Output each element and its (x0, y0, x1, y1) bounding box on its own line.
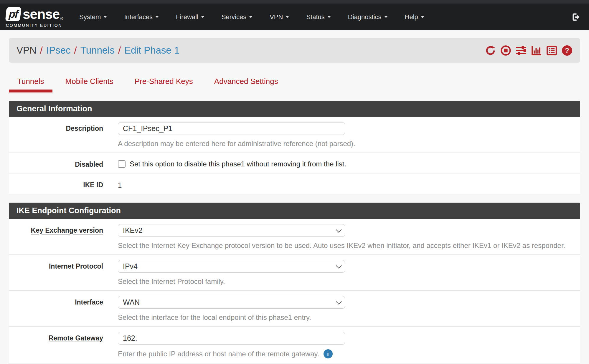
nav-item-label: Status (306, 13, 324, 21)
tab-advanced-settings[interactable]: Advanced Settings (206, 77, 286, 92)
chevron-down-icon (286, 16, 289, 18)
nav-item-services[interactable]: Services (213, 13, 261, 21)
chevron-down-icon (249, 16, 253, 18)
nav-item-label: System (79, 13, 101, 21)
key-exchange-row: Key Exchange version IKEv2 Select the In… (9, 219, 580, 255)
remote-gateway-help: Enter the public IP address or host name… (118, 350, 319, 358)
nav-item-interfaces[interactable]: Interfaces (116, 13, 167, 21)
top-strip (0, 0, 589, 4)
nav-item-label: Interfaces (124, 13, 153, 21)
breadcrumb: VPN / IPsec / Tunnels / Edit Phase 1 (17, 45, 179, 56)
description-input[interactable] (118, 122, 345, 135)
logo-edition-text: COMMUNITY EDITION (6, 23, 63, 28)
internet-protocol-label: Internet Protocol (9, 260, 109, 286)
remote-gateway-input[interactable] (118, 332, 345, 345)
help-icon[interactable]: ? (562, 45, 572, 56)
disabled-checkbox-label: Set this option to disable this phase1 w… (130, 160, 346, 168)
pfsense-logo-tile: pf (5, 7, 21, 21)
svg-text:?: ? (565, 47, 569, 54)
description-row: Description A description may be entered… (9, 117, 580, 153)
breadcrumb-separator: / (40, 45, 43, 56)
bar-chart-icon[interactable] (531, 45, 542, 56)
chevron-down-icon (336, 299, 342, 305)
chevron-down-icon (103, 16, 107, 18)
chevron-down-icon (336, 227, 342, 233)
sign-out-icon[interactable] (571, 12, 581, 22)
interface-row: Interface WAN Select the interface for t… (9, 291, 580, 327)
nav-item-label: Services (222, 13, 246, 21)
nav-item-firewall[interactable]: Firewall (167, 13, 213, 21)
chevron-down-icon (155, 16, 159, 18)
breadcrumb-tunnels-link[interactable]: Tunnels (80, 45, 115, 56)
interface-select[interactable]: WAN (118, 296, 345, 309)
key-exchange-selected-value: IKEv2 (123, 226, 143, 235)
nav-item-vpn[interactable]: VPN (261, 13, 298, 21)
breadcrumb-ipsec-link[interactable]: IPsec (46, 45, 71, 56)
key-exchange-select[interactable]: IKEv2 (118, 224, 345, 237)
sliders-icon[interactable] (516, 45, 527, 56)
chevron-down-icon (421, 16, 424, 18)
description-label: Description (9, 122, 109, 148)
panel-title-general-information: General Information (9, 101, 580, 117)
nav-item-diagnostics[interactable]: Diagnostics (339, 13, 396, 21)
internet-protocol-selected-value: IPv4 (123, 262, 138, 271)
interface-selected-value: WAN (123, 298, 140, 307)
tab-bar: Tunnels Mobile Clients Pre-Shared Keys A… (9, 77, 580, 92)
remote-gateway-row: Remote Gateway Enter the public IP addre… (9, 327, 580, 363)
disabled-label: Disabled (9, 158, 109, 168)
remote-gateway-label: Remote Gateway (9, 332, 109, 358)
nav-item-label: VPN (270, 13, 283, 21)
key-exchange-label: Key Exchange version (9, 224, 109, 250)
breadcrumb-actions: ? (485, 45, 572, 56)
info-icon[interactable]: i (324, 349, 333, 358)
chevron-down-icon (327, 16, 331, 18)
disabled-row: Disabled Set this option to disable this… (9, 153, 580, 173)
nav-item-status[interactable]: Status (298, 13, 339, 21)
interface-label: Interface (9, 296, 109, 322)
breadcrumb-separator: / (118, 45, 121, 56)
general-information-panel: General Information Description A descri… (9, 101, 580, 194)
tab-pre-shared-keys[interactable]: Pre-Shared Keys (126, 77, 201, 92)
tab-tunnels[interactable]: Tunnels (9, 77, 52, 92)
ike-id-value: 1 (118, 179, 580, 189)
logo-sense-text: sense (23, 6, 60, 22)
internet-protocol-help: Select the Internet Protocol family. (118, 277, 580, 286)
navbar-menu: System Interfaces Firewall Services VPN … (71, 13, 433, 21)
description-help: A description may be entered here for ad… (118, 140, 580, 148)
breadcrumb-edit-phase1[interactable]: Edit Phase 1 (124, 45, 179, 56)
breadcrumb-separator: / (74, 45, 77, 56)
interface-help: Select the interface for the local endpo… (118, 313, 580, 322)
chevron-down-icon (384, 16, 388, 18)
ike-id-row: IKE ID 1 (9, 173, 580, 194)
nav-item-label: Diagnostics (348, 13, 382, 21)
disabled-checkbox[interactable] (118, 160, 126, 168)
logo-registered-mark: ® (60, 16, 63, 21)
refresh-icon[interactable] (485, 45, 496, 56)
log-icon[interactable] (546, 45, 557, 56)
navbar: pf sense ® COMMUNITY EDITION System Inte… (0, 4, 589, 30)
panel-title-ike-endpoint: IKE Endpoint Configuration (9, 203, 580, 219)
stop-circle-icon[interactable] (500, 45, 511, 56)
ike-endpoint-panel: IKE Endpoint Configuration Key Exchange … (9, 203, 580, 363)
breadcrumb-vpn: VPN (17, 45, 37, 56)
nav-item-label: Firewall (176, 13, 198, 21)
key-exchange-help: Select the Internet Key Exchange protoco… (118, 241, 580, 250)
nav-item-help[interactable]: Help (396, 13, 433, 21)
chevron-down-icon (336, 263, 342, 269)
chevron-down-icon (201, 16, 204, 18)
pfsense-logo[interactable]: pf sense ® COMMUNITY EDITION (6, 6, 63, 28)
internet-protocol-select[interactable]: IPv4 (118, 260, 345, 273)
tab-mobile-clients[interactable]: Mobile Clients (57, 77, 122, 92)
logo-pf-text: pf (9, 8, 18, 20)
internet-protocol-row: Internet Protocol IPv4 Select the Intern… (9, 255, 580, 291)
nav-item-system[interactable]: System (71, 13, 116, 21)
nav-item-label: Help (405, 13, 418, 21)
ike-id-label: IKE ID (9, 179, 109, 189)
breadcrumb-bar: VPN / IPsec / Tunnels / Edit Phase 1 (9, 38, 580, 63)
